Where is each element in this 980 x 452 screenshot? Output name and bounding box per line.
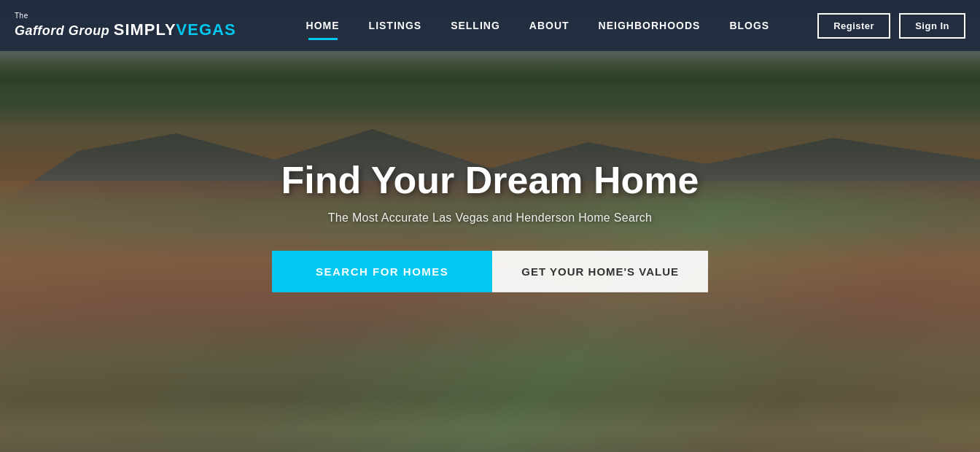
register-button[interactable]: Register [817, 13, 890, 39]
nav-selling[interactable]: SELLING [451, 20, 500, 34]
signin-button[interactable]: Sign In [899, 13, 965, 39]
logo-simply: SIMPLY [114, 20, 176, 39]
hero-content: Find Your Dream Home The Most Accurate L… [235, 160, 745, 292]
logo-tagline: The [15, 12, 28, 20]
nav-buttons: Register Sign In [817, 13, 965, 39]
nav-about[interactable]: ABOUT [529, 20, 569, 34]
search-homes-button[interactable]: SEARCH FOR HOMES [272, 251, 492, 292]
hero-section: The Gafford Group SIMPLYVEGAS HOME LISTI… [0, 0, 980, 452]
hero-subtitle: The Most Accurate Las Vegas and Henderso… [235, 211, 745, 225]
nav-neighborhoods[interactable]: NEIGHBORHOODS [599, 20, 701, 34]
nav-blogs[interactable]: BLOGS [729, 20, 769, 34]
hero-title: Find Your Dream Home [235, 160, 745, 201]
navbar: The Gafford Group SIMPLYVEGAS HOME LISTI… [0, 0, 980, 51]
logo: The Gafford Group SIMPLYVEGAS [15, 12, 236, 39]
nav-listings[interactable]: LISTINGS [369, 20, 422, 34]
logo-vegas: VEGAS [176, 20, 236, 39]
nav-links: HOME LISTINGS SELLING ABOUT NEIGHBORHOOD… [258, 19, 818, 32]
logo-main: Gafford Group SIMPLYVEGAS [15, 20, 236, 39]
home-value-button[interactable]: GET YOUR HOME'S VALUE [492, 251, 708, 292]
logo-gafford: Gafford Group [15, 23, 114, 39]
hero-buttons: SEARCH FOR HOMES GET YOUR HOME'S VALUE [235, 251, 745, 292]
nav-home[interactable]: HOME [306, 20, 340, 34]
